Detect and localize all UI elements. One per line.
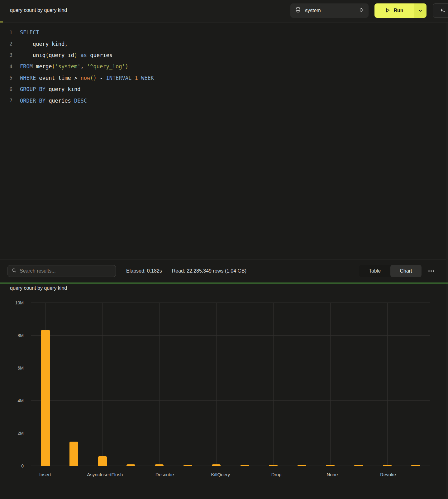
- gridline-vertical: [102, 303, 103, 466]
- bar-None[interactable]: [326, 465, 335, 466]
- code-line[interactable]: 1SELECT: [0, 27, 446, 38]
- code-text: WHERE event_time > now() - INTERVAL 1 WE…: [12, 75, 154, 81]
- y-tick-label: 0: [21, 463, 24, 468]
- bar-unlabeled[interactable]: [411, 465, 420, 466]
- gridline-vertical: [387, 303, 388, 466]
- bar-unlabeled[interactable]: [241, 465, 249, 466]
- search-results-input[interactable]: [20, 268, 112, 274]
- results-toolbar: Elapsed: 0.182s Read: 22,285,349 rows (1…: [0, 259, 446, 283]
- code-line[interactable]: 2 query_kind,: [0, 38, 446, 49]
- sql-editor[interactable]: 1SELECT2 query_kind,3 uniq(query_id) as …: [0, 22, 446, 259]
- y-tick-label: 10M: [15, 300, 24, 305]
- code-line[interactable]: 7ORDER BY queries DESC: [0, 95, 446, 106]
- bar-KillQuery[interactable]: [212, 464, 221, 466]
- line-number: 3: [0, 52, 12, 58]
- bar-slot: [88, 303, 117, 466]
- bar-Insert[interactable]: [41, 330, 50, 466]
- tab-chart[interactable]: Chart: [390, 265, 422, 277]
- code-line[interactable]: 5WHERE event_time > now() - INTERVAL 1 W…: [0, 72, 446, 84]
- search-icon: [12, 268, 17, 274]
- more-options-icon[interactable]: [428, 269, 435, 274]
- bar-slot: [231, 303, 259, 466]
- bar-Drop[interactable]: [269, 465, 278, 466]
- x-tick-label: AsyncInsertFlush: [87, 470, 123, 479]
- code-text: SELECT: [12, 29, 39, 36]
- bar-Revoke[interactable]: [383, 465, 392, 466]
- x-tick-empty: [59, 470, 87, 479]
- gridline-vertical: [216, 303, 217, 466]
- bar-unlabeled[interactable]: [69, 442, 78, 466]
- search-results-box: [7, 265, 116, 277]
- chart-title: query count by query kind: [10, 285, 67, 291]
- run-button[interactable]: Run: [374, 3, 414, 18]
- gridline-vertical: [159, 303, 160, 466]
- x-tick-empty: [290, 470, 318, 479]
- code-text: ORDER BY queries DESC: [12, 98, 87, 104]
- code-line[interactable]: 4FROM merge('system', '^query_log'): [0, 61, 446, 72]
- ai-assist-button[interactable]: [433, 3, 448, 18]
- line-number: 7: [0, 98, 12, 104]
- bar-slot: [174, 303, 202, 466]
- chart-panel: query count by query kind 10M8M6M4M2M0 I…: [0, 283, 446, 499]
- bar-Describe[interactable]: [155, 464, 164, 466]
- code-text: FROM merge('system', '^query_log'): [12, 63, 128, 70]
- line-number: 2: [0, 41, 12, 47]
- database-selector[interactable]: system: [290, 3, 369, 18]
- code-text: uniq(query_id) as queries: [12, 52, 112, 58]
- x-tick-label: Drop: [262, 470, 290, 479]
- bar-slot: [316, 303, 344, 466]
- database-icon: [295, 7, 301, 14]
- x-tick-empty: [235, 470, 263, 479]
- line-number: 1: [0, 30, 12, 36]
- bar-slot: [288, 303, 316, 466]
- x-axis-labels: InsertAsyncInsertFlushDescribeKillQueryD…: [31, 470, 430, 479]
- bar-slot: [401, 303, 430, 466]
- y-tick-label: 4M: [18, 398, 24, 403]
- code-line[interactable]: 3 uniq(query_id) as queries: [0, 50, 446, 61]
- bar-AsyncInsertFlush[interactable]: [98, 456, 107, 466]
- x-tick-empty: [402, 470, 430, 479]
- bar-slot: [202, 303, 231, 466]
- database-selector-value: system: [305, 8, 321, 13]
- tab-table[interactable]: Table: [359, 265, 390, 277]
- y-tick-label: 6M: [18, 366, 24, 371]
- view-toggle: Table Chart: [359, 265, 422, 277]
- indent-guide: [21, 38, 21, 61]
- y-tick-label: 8M: [18, 333, 24, 338]
- run-split-button: Run: [374, 3, 427, 18]
- x-tick-label: Insert: [31, 470, 59, 479]
- bar-slot: [117, 303, 145, 466]
- x-tick-label: Describe: [151, 470, 179, 479]
- bar-slot: [345, 303, 373, 466]
- bar-slot: [31, 303, 60, 466]
- bar-unlabeled[interactable]: [354, 465, 363, 466]
- x-tick-empty: [123, 470, 151, 479]
- bar-slot: [145, 303, 174, 466]
- updown-chevron-icon: [359, 7, 364, 14]
- bar-slot: [60, 303, 88, 466]
- bar-unlabeled[interactable]: [183, 465, 192, 466]
- x-tick-empty: [346, 470, 374, 479]
- line-number: 5: [0, 75, 12, 81]
- elapsed-stat: Elapsed: 0.182s: [126, 268, 162, 274]
- run-options-button[interactable]: [414, 3, 427, 18]
- run-button-label: Run: [393, 8, 403, 13]
- sparkles-icon: [439, 7, 446, 14]
- x-tick-label: None: [318, 470, 346, 479]
- code-line[interactable]: 6GROUP BY query_kind: [0, 84, 446, 95]
- y-tick-label: 2M: [18, 431, 24, 436]
- scrollbar-track[interactable]: [446, 22, 448, 499]
- y-axis: 10M8M6M4M2M0: [0, 303, 27, 466]
- bar-slot: [373, 303, 401, 466]
- line-number: 6: [0, 86, 12, 92]
- line-number: 4: [0, 64, 12, 70]
- header-bar: query count by query kind system Run: [0, 0, 448, 22]
- x-tick-empty: [179, 470, 207, 479]
- bar-unlabeled[interactable]: [126, 464, 135, 466]
- bar-unlabeled[interactable]: [298, 465, 306, 466]
- bar-slot: [259, 303, 287, 466]
- gridline-vertical: [273, 303, 274, 466]
- x-tick-label: Revoke: [374, 470, 402, 479]
- chevron-down-icon: [418, 9, 422, 13]
- read-stat: Read: 22,285,349 rows (1.04 GB): [172, 268, 246, 274]
